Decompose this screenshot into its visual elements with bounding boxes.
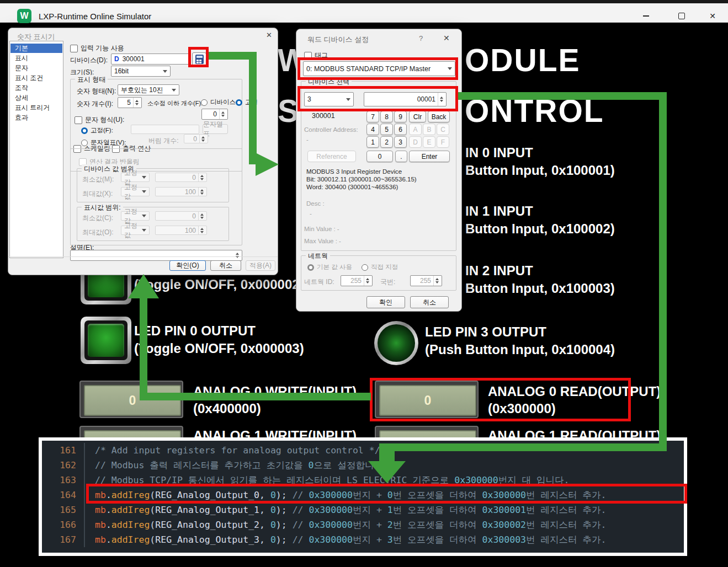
description-textarea[interactable] xyxy=(70,250,242,261)
code-token: mb xyxy=(95,505,106,515)
code-token: // xyxy=(293,505,309,515)
device-type-letter: D xyxy=(114,55,119,63)
fixed-text-input[interactable] xyxy=(131,125,199,134)
minimize-button[interactable] xyxy=(633,9,658,23)
analog0-write-value: 0 xyxy=(84,385,181,416)
key-d[interactable]: D xyxy=(409,136,422,148)
digit-count-spinner[interactable]: 5 xyxy=(118,97,142,108)
key-f[interactable]: F xyxy=(437,136,449,148)
key-enter[interactable]: Enter xyxy=(409,151,450,162)
key-1[interactable]: 1 xyxy=(366,136,379,148)
led-pin3-lamp[interactable] xyxy=(374,321,418,365)
min-m-spinner[interactable]: 0 xyxy=(155,173,207,182)
sidebar-item-operation[interactable]: 조작 xyxy=(10,83,62,93)
spinner-arrows-icon[interactable] xyxy=(219,109,225,119)
decimal-device-radio[interactable]: 디바이스 xyxy=(201,98,236,106)
titlebar: W LXP-Runtime Online Simulator ✕ xyxy=(0,3,728,23)
key-label: 2 xyxy=(385,138,389,146)
truncate-spinner[interactable]: 0 xyxy=(184,134,208,143)
code-token: 0x300000 xyxy=(309,534,352,545)
line-number: 165 xyxy=(42,502,76,517)
char-format-checkbox[interactable]: 문자 형식(U): xyxy=(75,115,124,125)
sidebar-item-text[interactable]: 문자 xyxy=(10,63,62,73)
min-c-dropdown[interactable]: 고정값 xyxy=(121,211,150,221)
led-pin3-title: LED PIN 3 OUTPUT xyxy=(425,324,546,340)
dialog-close-button[interactable]: ✕ xyxy=(266,31,272,39)
ok-button[interactable]: 확인(O) xyxy=(169,260,206,271)
led-pin0-button[interactable] xyxy=(81,317,131,364)
number-type-value: 부호있는 10진 xyxy=(121,85,163,95)
code-token: ( xyxy=(150,505,155,515)
maximize-button[interactable] xyxy=(669,9,694,23)
spinner-value: 100 xyxy=(158,227,198,234)
input-row-1-title: IN 1 INPUT xyxy=(465,204,533,219)
ok-button[interactable]: 확인 xyxy=(366,296,405,308)
checkbox-box xyxy=(70,45,78,52)
sidebar-item-detail[interactable]: 상세 xyxy=(10,93,62,103)
key-2[interactable]: 2 xyxy=(380,136,393,148)
key-b[interactable]: B xyxy=(423,124,435,135)
spinner-arrows-icon[interactable] xyxy=(364,276,369,286)
fixed-f-radio[interactable]: 고정(F): xyxy=(81,126,113,135)
group-label: 표시값 범위: xyxy=(82,203,123,212)
apply-button[interactable]: 적용(A) xyxy=(246,260,275,271)
key-back[interactable]: Back xyxy=(428,111,450,122)
cancel-button[interactable]: 취소 xyxy=(410,296,449,308)
key-a[interactable]: A xyxy=(409,124,422,135)
key-dot[interactable]: . xyxy=(395,151,407,162)
device-input[interactable]: D 300001 xyxy=(111,54,189,65)
sidebar-item-display[interactable]: 표시 xyxy=(10,54,62,63)
key-5[interactable]: 5 xyxy=(380,124,393,135)
sidebar-item-condition[interactable]: 표시 조건 xyxy=(10,73,62,83)
checkbox-label: 입력 기능 사용 xyxy=(81,44,124,53)
key-3[interactable]: 3 xyxy=(394,136,407,148)
max-o-dropdown[interactable]: 고정값 xyxy=(121,226,150,235)
decimal-count-spinner[interactable]: 0 xyxy=(201,109,228,120)
help-button[interactable]: ? xyxy=(419,34,423,42)
max-o-spinner[interactable]: 100 xyxy=(155,226,207,235)
max-x-spinner[interactable]: 100 xyxy=(155,187,207,196)
code-token: ); xyxy=(276,534,293,545)
code-token: mb xyxy=(95,534,106,545)
station-spinner[interactable]: 255 xyxy=(410,275,442,286)
network-direct-radio[interactable]: 직접 지정 xyxy=(362,263,398,271)
key-9[interactable]: 9 xyxy=(394,111,407,122)
annotation-box-device-picker xyxy=(188,47,209,67)
spinner-arrows-icon[interactable] xyxy=(433,276,439,286)
key-c[interactable]: C xyxy=(437,124,449,135)
spinner-arrows-icon[interactable] xyxy=(133,98,139,108)
network-id-spinner[interactable]: 255 xyxy=(341,275,373,286)
max-x-dropdown[interactable]: 고정값 xyxy=(121,187,150,196)
arrow-b-head-icon xyxy=(368,461,406,483)
key-6[interactable]: 6 xyxy=(394,124,407,135)
key-4[interactable]: 4 xyxy=(366,124,379,135)
dialog-close-button[interactable]: ✕ xyxy=(443,34,450,42)
charlist-button[interactable]: 문자열표 xyxy=(203,124,228,134)
sidebar-item-trigger[interactable]: 표시 트리거 xyxy=(10,103,62,113)
network-default-radio[interactable]: 기본 값 사용 xyxy=(307,263,352,271)
key-label: Enter xyxy=(422,153,438,161)
key-e[interactable]: E xyxy=(423,136,435,148)
cancel-button[interactable]: 취소 xyxy=(210,260,241,271)
size-dropdown[interactable]: 16bit xyxy=(111,66,171,77)
sidebar-item-effect[interactable]: 효과 xyxy=(10,113,62,122)
key-clear[interactable]: Clr xyxy=(409,111,426,122)
close-button[interactable]: ✕ xyxy=(700,9,725,23)
key-label: F xyxy=(441,138,445,146)
line-number: 163 xyxy=(42,473,76,488)
code-text: /* Add input registers for analoag outpu… xyxy=(84,443,380,458)
spinner-arrows-icon xyxy=(198,226,204,234)
input-enable-checkbox[interactable]: 입력 기능 사용 xyxy=(70,44,124,53)
sidebar-item-basic[interactable]: 기본 xyxy=(10,44,62,53)
group-label: 표시 형태 xyxy=(75,75,108,84)
category-sidebar: 기본 표시 문자 표시 조건 조작 상세 표시 트리거 효과 xyxy=(9,41,63,258)
scroll-arrows-icon[interactable] xyxy=(234,250,239,260)
reference-button[interactable]: Reference xyxy=(307,151,356,162)
input-row-2-subtitle: Button Input, 0x100003) xyxy=(465,281,615,296)
key-0[interactable]: 0 xyxy=(366,151,393,162)
number-type-dropdown[interactable]: 부호있는 10진 xyxy=(118,84,179,95)
min-m-dropdown[interactable]: 고정값 xyxy=(121,173,150,182)
min-c-spinner[interactable]: 0 xyxy=(155,211,207,221)
key-8[interactable]: 8 xyxy=(380,111,393,122)
key-7[interactable]: 7 xyxy=(366,111,379,122)
